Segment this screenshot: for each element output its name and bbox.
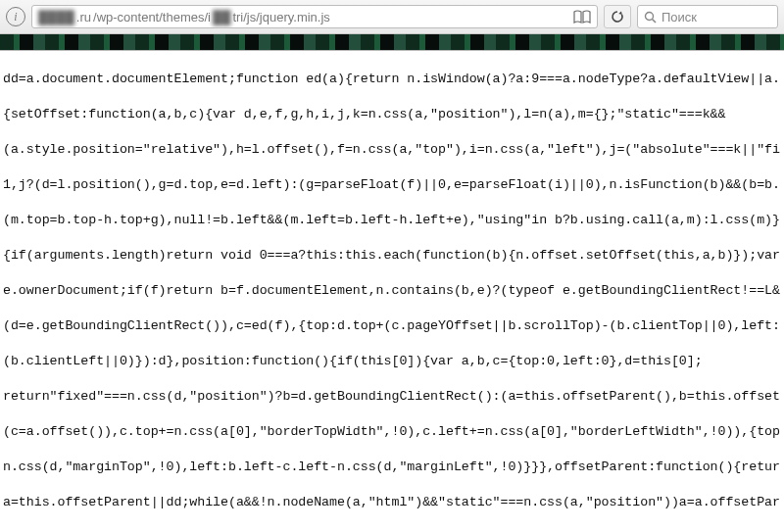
url-tld: .ru — [76, 10, 91, 24]
svg-point-0 — [646, 12, 654, 20]
search-box[interactable]: Поиск — [637, 5, 778, 28]
url-domain-blur: ████ — [38, 10, 74, 24]
code-line: e.ownerDocument;if(f)return b=f.document… — [3, 282, 780, 300]
url-theme-blur: ██ — [213, 10, 230, 24]
code-line: (m.top=b.top-h.top+g),null!=b.left&&(m.l… — [3, 212, 780, 229]
address-bar[interactable]: ████ .ru /wp-content/themes/i ██ tri/js/… — [31, 5, 598, 28]
browser-toolbar: i ████ .ru /wp-content/themes/i ██ tri/j… — [0, 0, 784, 34]
code-line: a=this.offsetParent||dd;while(a&&!n.node… — [3, 494, 780, 511]
url-path-b: tri/js/jquery.min.js — [232, 10, 329, 24]
code-line: 1,j?(d=l.position(),g=d.top,e=d.left):(g… — [3, 176, 780, 194]
code-line: {if(arguments.length)return void 0===a?t… — [3, 247, 780, 265]
source-code-view: dd=a.document.documentElement;function e… — [0, 51, 784, 532]
search-icon — [644, 11, 657, 24]
code-line: (c=a.offset()),c.top+=n.css(a[0],"border… — [3, 423, 780, 441]
code-line: n.css(d,"marginTop",!0),left:b.left-c.le… — [3, 459, 780, 476]
code-line: (b.clientLeft||0)}):d},position:function… — [3, 353, 780, 370]
reload-button[interactable] — [604, 5, 631, 28]
code-line: return"fixed"===n.css(d,"position")?b=d.… — [3, 388, 780, 406]
code-line: {setOffset:function(a,b,c){var d,e,f,g,h… — [3, 106, 780, 123]
code-line: (a.style.position="relative"),h=l.offset… — [3, 141, 780, 159]
url-path-a: /wp-content/themes/i — [93, 10, 211, 24]
site-info-icon[interactable]: i — [6, 7, 25, 26]
code-line: (d=e.getBoundingClientRect()),c=ed(f),{t… — [3, 317, 780, 335]
reload-icon — [611, 10, 624, 24]
svg-line-1 — [653, 19, 657, 23]
reader-mode-icon[interactable] — [573, 10, 591, 24]
code-line: dd=a.document.documentElement;function e… — [3, 71, 780, 88]
info-glyph: i — [14, 10, 17, 24]
tab-strip — [0, 34, 784, 51]
search-placeholder: Поиск — [662, 10, 697, 24]
